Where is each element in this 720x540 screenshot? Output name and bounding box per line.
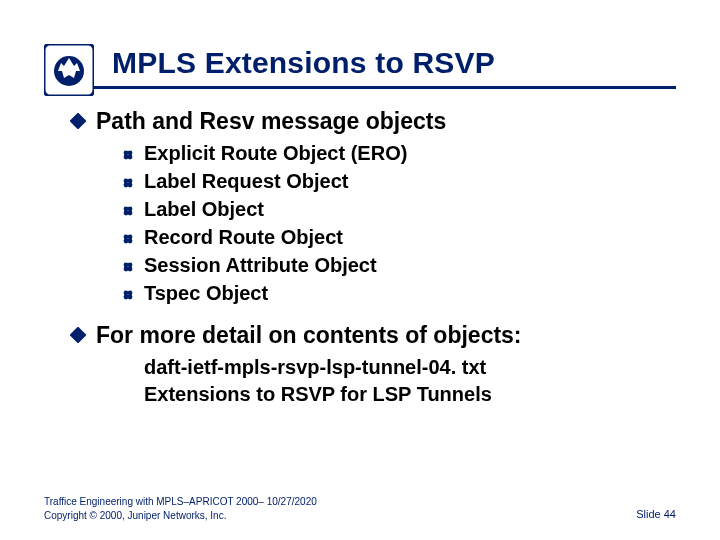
footer: Traffice Engineering with MPLS–APRICOT 2… — [44, 495, 676, 522]
diamond-bullet-icon — [70, 327, 86, 343]
sub-bullet: Record Route Object — [122, 224, 676, 251]
sub-bullet: Tspec Object — [122, 280, 676, 307]
svg-point-14 — [128, 210, 133, 215]
clover-bullet-icon — [122, 231, 134, 243]
sub-list: Explicit Route Object (ERO) Label Reques… — [122, 140, 676, 307]
svg-rect-2 — [70, 113, 86, 129]
sub-bullet: Label Object — [122, 196, 676, 223]
clover-bullet-icon — [122, 147, 134, 159]
slide: MPLS Extensions to RSVP Path and Resv me… — [0, 0, 720, 540]
juniper-logo — [44, 44, 94, 96]
sub-bullet-text: Record Route Object — [144, 224, 343, 251]
clover-bullet-icon — [122, 259, 134, 271]
diamond-bullet-icon — [70, 113, 86, 129]
sub-bullet: Label Request Object — [122, 168, 676, 195]
slide-number: Slide 44 — [636, 507, 676, 522]
sub-bullet-text: Label Request Object — [144, 168, 349, 195]
svg-point-26 — [128, 294, 133, 299]
content: Path and Resv message objects Explicit R… — [70, 107, 676, 408]
bullet-top-1-text: Path and Resv message objects — [96, 107, 446, 136]
footer-left: Traffice Engineering with MPLS–APRICOT 2… — [44, 495, 317, 522]
header: MPLS Extensions to RSVP — [0, 0, 720, 89]
reference-list: daft-ietf-mpls-rsvp-lsp-tunnel-04. txt E… — [144, 354, 676, 408]
sub-bullet: Session Attribute Object — [122, 252, 676, 279]
svg-point-22 — [128, 266, 133, 271]
footer-line-1: Traffice Engineering with MPLS–APRICOT 2… — [44, 495, 317, 509]
sub-bullet-text: Tspec Object — [144, 280, 268, 307]
sub-bullet-text: Explicit Route Object (ERO) — [144, 140, 407, 167]
clover-bullet-icon — [122, 175, 134, 187]
clover-bullet-icon — [122, 287, 134, 299]
bullet-top-2-text: For more detail on contents of objects: — [96, 321, 522, 350]
svg-point-6 — [128, 154, 133, 159]
footer-line-2: Copyright © 2000, Juniper Networks, Inc. — [44, 509, 317, 523]
reference-line: daft-ietf-mpls-rsvp-lsp-tunnel-04. txt — [144, 354, 676, 381]
svg-rect-27 — [70, 327, 86, 343]
sub-bullet-text: Session Attribute Object — [144, 252, 377, 279]
bullet-top-2: For more detail on contents of objects: — [70, 321, 676, 350]
sub-bullet: Explicit Route Object (ERO) — [122, 140, 676, 167]
reference-line: Extensions to RSVP for LSP Tunnels — [144, 381, 676, 408]
sub-bullet-text: Label Object — [144, 196, 264, 223]
clover-bullet-icon — [122, 203, 134, 215]
bullet-top-1: Path and Resv message objects — [70, 107, 676, 136]
slide-title: MPLS Extensions to RSVP — [112, 46, 720, 80]
title-rule — [44, 86, 676, 89]
svg-point-18 — [128, 238, 133, 243]
svg-point-10 — [128, 182, 133, 187]
